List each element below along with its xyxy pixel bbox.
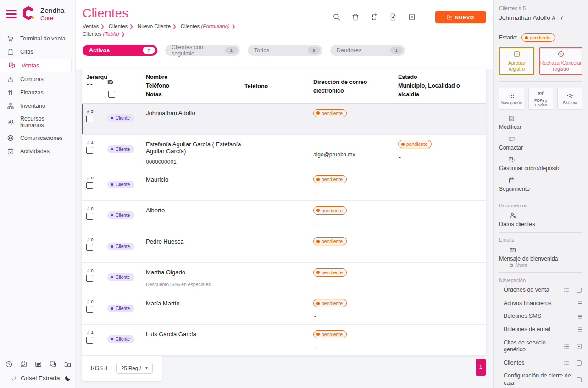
approve-record-button[interactable]: Aprobar registro: [499, 47, 534, 75]
plus-square-icon[interactable]: [576, 360, 582, 366]
sidebar-item-label: Ventas: [22, 62, 39, 69]
pagination-card: RGS 8 25 Reg./ ▼: [82, 356, 162, 381]
emails-item[interactable]: Mensaje de bienvenida Ahora: [499, 246, 582, 268]
trash-icon[interactable]: [351, 13, 360, 21]
records-count: RGS 8: [91, 365, 107, 371]
documentos-item[interactable]: Datos clientes: [499, 212, 582, 227]
list-icon[interactable]: [563, 287, 570, 294]
navegacion-item[interactable]: Clientes: [504, 360, 582, 367]
row-checkbox[interactable]: [86, 244, 93, 251]
col-header-jerarquia: Jerarquía de cliente: [86, 73, 107, 85]
help-icon[interactable]: ?: [5, 360, 13, 368]
table-row[interactable]: # 0 Cliente Pedro Huesca: [82, 232, 486, 263]
money-chat-icon: $: [508, 156, 515, 163]
breadcrumb-item[interactable]: Clientes(Tabla)❯: [83, 31, 127, 37]
refresh-icon[interactable]: [11, 376, 17, 381]
grid-icon: [508, 92, 515, 99]
row-checkbox[interactable]: [86, 306, 93, 313]
panel-action[interactable]: Contactar: [499, 136, 582, 151]
content-zone: Jerarquía de cliente ID Nombre Teléfono …: [76, 69, 493, 388]
sidebar-item[interactable]: Compras: [0, 73, 72, 86]
filter-tab[interactable]: Todos 9: [248, 45, 322, 56]
list-icon[interactable]: [563, 360, 570, 366]
status-badge: pendiente: [313, 109, 347, 117]
per-page-select[interactable]: 25 Reg./ ▼: [116, 363, 153, 374]
filter-tab[interactable]: Deudores 1: [330, 45, 405, 56]
table-row[interactable]: # 5 Cliente Johnnathan Adolfo: [82, 104, 486, 135]
hamburger-menu-icon[interactable]: [6, 10, 17, 18]
list-icon[interactable]: [576, 326, 582, 333]
navegacion-header: Navegación: [499, 277, 582, 283]
col-header-telefono-sub: Teléfono: [146, 82, 244, 90]
navegacion-item[interactable]: Citas de servicio genérico: [504, 339, 582, 354]
sidebar-item[interactable]: $ Ventas: [0, 59, 72, 72]
municipio-value: -: [313, 313, 398, 320]
navegacion-item[interactable]: Activos financieros: [504, 300, 582, 307]
panel-action[interactable]: Modificar: [499, 115, 582, 130]
sidebar-item[interactable]: Finanzas: [0, 86, 72, 99]
panel-tool-button[interactable]: Sistema: [557, 88, 582, 110]
panel-tool-button[interactable]: PDFs y Envíos: [528, 88, 554, 110]
breadcrumb-item[interactable]: Clientes❯: [109, 23, 135, 29]
transfer-icon[interactable]: [370, 13, 378, 21]
file-down-icon[interactable]: [389, 13, 397, 21]
table-row[interactable]: # 1 Cliente Luís García García: [82, 325, 486, 356]
table-body: # 5 Cliente Johnnathan Adolfo: [82, 104, 486, 356]
folder-icon[interactable]: [64, 360, 72, 368]
navegacion-item[interactable]: Boletines SMS: [504, 313, 582, 320]
sidebar-item[interactable]: Recursos humanos: [0, 113, 72, 131]
sidebar-item[interactable]: Inventario: [0, 100, 72, 112]
panel-action[interactable]: $ Gestionar cobro/depósito: [499, 156, 582, 172]
navegacion-item[interactable]: Boletines de email: [504, 326, 582, 333]
sidebar-item[interactable]: Terminal de venta: [0, 32, 72, 45]
table-row[interactable]: # 4 Cliente Estefanía Aguilar García ( E…: [82, 135, 486, 170]
nuevo-button[interactable]: NUEVO: [435, 11, 486, 23]
sitemap-icon: [7, 102, 14, 110]
row-checkbox[interactable]: [86, 337, 93, 344]
plus-square-icon[interactable]: [576, 377, 582, 383]
table-row[interactable]: # 0 Cliente María Martín: [82, 294, 486, 325]
filter-tab[interactable]: Activos 7: [83, 45, 157, 56]
navegacion-item[interactable]: Configuración de cierre de caja: [504, 372, 582, 387]
table-row[interactable]: # 0 Cliente Alberto: [82, 201, 486, 232]
sidebar-item[interactable]: Comunicaciones: [0, 132, 72, 144]
dark-mode-moon-icon[interactable]: [64, 375, 71, 382]
tray-down-icon: [7, 76, 14, 83]
notes-icon[interactable]: [34, 360, 42, 368]
file-dollar-icon[interactable]: $: [408, 13, 416, 21]
filter-tabs: Activos 7 Clientes con seguimie 2 Todos …: [76, 39, 493, 56]
row-id: # 5: [87, 109, 107, 114]
table-row[interactable]: # 0 Cliente Mauricio: [82, 170, 486, 201]
table-row[interactable]: # 0 Cliente Martha Olgado Descuento 50% …: [82, 263, 486, 294]
plus-square-icon[interactable]: [576, 287, 582, 294]
breadcrumb-item[interactable]: Ventas❯: [83, 23, 106, 29]
search-icon[interactable]: [333, 13, 341, 21]
row-checkbox[interactable]: [86, 213, 93, 220]
chats-icon[interactable]: [49, 360, 57, 368]
row-checkbox[interactable]: [86, 182, 93, 189]
svg-text:$: $: [11, 63, 12, 66]
row-id: # 0: [87, 206, 107, 211]
sidebar-item[interactable]: Citas: [0, 45, 72, 58]
page-number-button[interactable]: 1: [476, 359, 486, 376]
col-header-id: ID: [107, 78, 146, 87]
navegacion-item[interactable]: Órdenes de venta: [504, 287, 582, 294]
calendar-check-icon[interactable]: [20, 360, 28, 368]
current-user-name[interactable]: Grisel Estrada: [21, 375, 60, 382]
panel-action[interactable]: Seguimiento: [499, 177, 582, 192]
breadcrumb-item[interactable]: Nuevo Cliente❯: [138, 23, 178, 29]
sidebar-item[interactable]: Actividades: [0, 145, 72, 158]
filter-tab[interactable]: Clientes con seguimie 2: [165, 45, 240, 56]
breadcrumb-item[interactable]: Clientes(Formulario)❯: [181, 23, 238, 29]
list-icon[interactable]: [563, 343, 570, 350]
list-icon[interactable]: [576, 313, 582, 320]
select-all-checkbox[interactable]: [108, 91, 115, 98]
panel-tool-button[interactable]: Navegación: [499, 88, 524, 110]
list-icon[interactable]: [576, 300, 582, 307]
plus-square-icon[interactable]: [576, 343, 582, 350]
reject-record-button[interactable]: Rechazar/Cancelar registro: [539, 47, 582, 75]
row-checkbox[interactable]: [86, 275, 93, 282]
row-checkbox[interactable]: [86, 147, 93, 154]
users-icon: [7, 118, 14, 126]
row-checkbox[interactable]: [86, 116, 93, 122]
